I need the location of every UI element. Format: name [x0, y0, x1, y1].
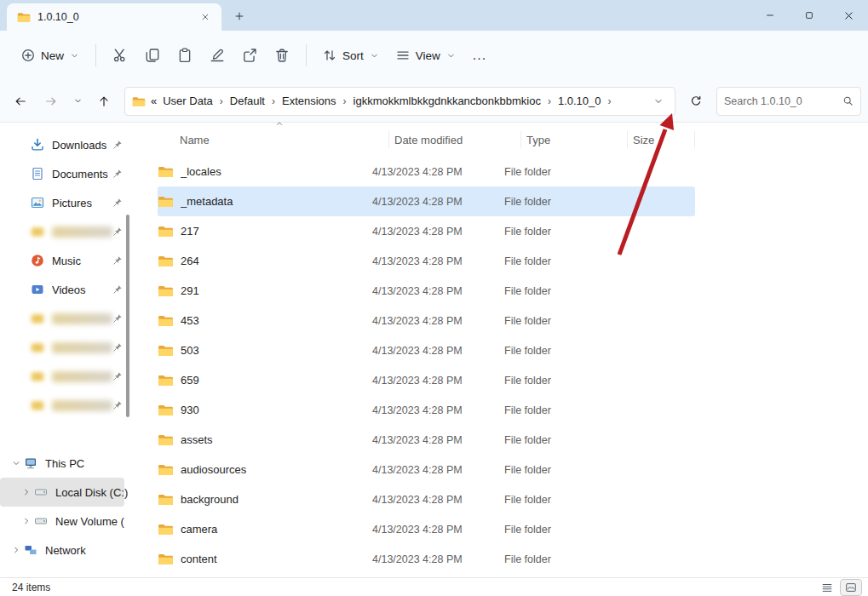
file-list-pane: Name Date modified Type Size _locales 4/…: [136, 123, 868, 577]
new-button[interactable]: New: [14, 39, 87, 72]
folder-icon: [132, 95, 146, 108]
paste-button[interactable]: [170, 39, 200, 72]
pin-icon: [112, 371, 123, 381]
search-box[interactable]: [716, 87, 861, 116]
explorer-tab[interactable]: 1.0.10_0: [7, 3, 221, 31]
file-row[interactable]: 503 4/13/2023 4:28 PM File folder: [158, 335, 695, 365]
folder-icon: [158, 553, 174, 565]
quick-access-item[interactable]: Pictures: [0, 188, 136, 217]
file-name: _metadata: [181, 195, 367, 208]
delete-button[interactable]: [267, 39, 297, 72]
search-input[interactable]: [724, 95, 837, 107]
back-button[interactable]: [7, 88, 34, 115]
file-row[interactable]: 291 4/13/2023 4:28 PM File folder: [158, 276, 695, 306]
maximize-button[interactable]: [790, 0, 829, 31]
file-row[interactable]: assets 4/13/2023 4:28 PM File folder: [158, 425, 695, 455]
breadcrumb-item[interactable]: User Data: [158, 92, 217, 110]
tree-list: This PC Local Disk (C:) New Volume (: [0, 449, 136, 564]
rename-button[interactable]: [202, 39, 233, 72]
pin-icon: [112, 226, 123, 237]
file-row[interactable]: background 4/13/2023 4:28 PM File folder: [158, 484, 695, 514]
quick-access-item[interactable]: [0, 391, 136, 420]
quick-access-item[interactable]: Downloads: [0, 130, 136, 159]
file-type: File folder: [499, 285, 606, 297]
copy-button[interactable]: [137, 39, 168, 72]
tree-item[interactable]: New Volume (: [0, 507, 124, 536]
file-row[interactable]: 453 4/13/2023 4:28 PM File folder: [158, 306, 695, 335]
delete-icon: [274, 48, 290, 63]
chevron-icon[interactable]: [9, 542, 24, 558]
file-row[interactable]: audiosources 4/13/2023 4:28 PM File fold…: [158, 455, 695, 484]
breadcrumb-item[interactable]: Extensions: [278, 92, 341, 110]
quick-access-item[interactable]: [0, 362, 136, 391]
file-name: audiosources: [181, 463, 367, 476]
file-row[interactable]: _locales 4/13/2023 4:28 PM File folder: [158, 157, 695, 186]
file-type: File folder: [499, 226, 606, 238]
music-icon: [31, 254, 44, 267]
file-row[interactable]: content 4/13/2023 4:28 PM File folder: [158, 544, 695, 574]
view-button[interactable]: View: [388, 39, 463, 72]
new-tab-button[interactable]: [227, 3, 252, 29]
sidebar-scrollbar[interactable]: [126, 215, 129, 417]
tree-item[interactable]: Network: [0, 536, 124, 564]
breadcrumb-overflow-indicator[interactable]: «: [146, 95, 158, 107]
quick-access-item[interactable]: [0, 217, 136, 246]
cut-button[interactable]: [105, 39, 135, 72]
quick-access-item[interactable]: [0, 333, 136, 362]
chevron-icon[interactable]: [19, 513, 34, 529]
paste-icon: [177, 48, 193, 63]
breadcrumb-item[interactable]: 1.0.10_0: [554, 92, 606, 110]
chevron-icon[interactable]: [9, 456, 24, 471]
column-header-date-modified[interactable]: Date modified: [388, 131, 520, 148]
file-name: 659: [181, 374, 367, 387]
quick-access-item[interactable]: [0, 304, 136, 333]
close-icon: [201, 13, 210, 21]
share-button[interactable]: [234, 39, 265, 72]
forward-button[interactable]: [37, 88, 65, 115]
sort-button-label: Sort: [342, 49, 364, 62]
file-row[interactable]: 659 4/13/2023 4:28 PM File folder: [158, 365, 695, 395]
breadcrumb-item[interactable]: Default: [226, 92, 269, 110]
more-options-button[interactable]: ...: [465, 39, 494, 72]
up-button[interactable]: [90, 88, 118, 115]
details-view-button[interactable]: [817, 580, 837, 595]
column-header-type[interactable]: Type: [520, 131, 627, 148]
address-bar[interactable]: « User Data › Default › Extensions › igk…: [124, 87, 675, 116]
file-date-modified: 4/13/2023 4:28 PM: [367, 345, 499, 357]
folder-icon: [158, 493, 174, 506]
tab-close-button[interactable]: [196, 8, 215, 26]
breadcrumb-item[interactable]: igkkmokkmlbkkgdnkkancbonkbbmkioc: [349, 92, 545, 110]
sort-button[interactable]: Sort: [315, 39, 387, 72]
column-header-name[interactable]: Name: [180, 131, 388, 148]
close-button[interactable]: [829, 0, 868, 31]
address-dropdown-button[interactable]: [647, 89, 670, 113]
quick-access-item[interactable]: Documents: [0, 159, 136, 188]
navigation-pane: Downloads Documents Pictures: [0, 123, 136, 577]
file-date-modified: 4/13/2023 4:28 PM: [367, 315, 499, 327]
recent-locations-button[interactable]: [68, 88, 87, 115]
sort-ascending-icon: [274, 118, 285, 129]
column-header-size[interactable]: Size: [627, 131, 695, 148]
breadcrumb-separator: ›: [269, 95, 278, 107]
file-row[interactable]: 217 4/13/2023 4:28 PM File folder: [158, 216, 695, 246]
file-name: content: [181, 553, 367, 565]
blurfolder-icon: [31, 398, 44, 412]
file-row[interactable]: _metadata 4/13/2023 4:28 PM File folder: [158, 186, 695, 216]
large-icons-view-button[interactable]: [841, 580, 861, 595]
quick-access-item[interactable]: Music: [0, 246, 136, 275]
tree-item-label: This PC: [45, 457, 84, 470]
toolbar-divider: [306, 44, 307, 66]
quick-access-item[interactable]: Videos: [0, 275, 136, 304]
file-date-modified: 4/13/2023 4:28 PM: [367, 464, 499, 476]
chevron-icon[interactable]: [19, 484, 34, 500]
tree-item[interactable]: This PC: [0, 449, 124, 478]
tree-item[interactable]: Local Disk (C:): [0, 478, 124, 507]
file-row[interactable]: 930 4/13/2023 4:28 PM File folder: [158, 395, 695, 425]
minimize-button[interactable]: [750, 0, 790, 31]
file-name: 503: [181, 344, 367, 357]
file-row[interactable]: camera 4/13/2023 4:28 PM File folder: [158, 514, 695, 544]
file-name: _locales: [181, 165, 367, 178]
file-row[interactable]: 264 4/13/2023 4:28 PM File folder: [158, 246, 695, 276]
file-type: File folder: [499, 196, 606, 208]
refresh-button[interactable]: [682, 88, 710, 115]
